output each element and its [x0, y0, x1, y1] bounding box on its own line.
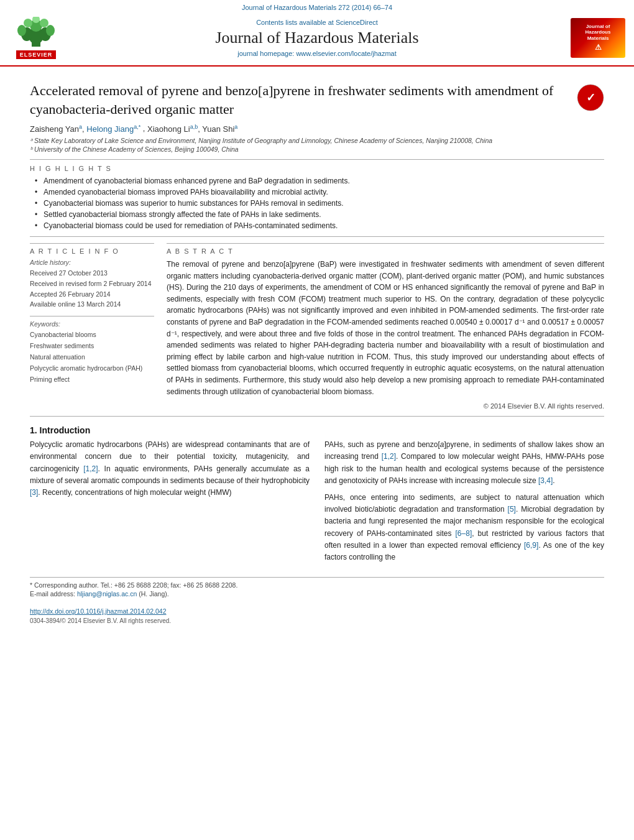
author-yan: Zaisheng Yana, — [30, 124, 86, 134]
highlight-item-2: Amended cyanobacterial biomass improved … — [35, 187, 604, 198]
corresponding-author-note: * Corresponding author. Tel.: +86 25 868… — [30, 581, 604, 589]
keywords-label: Keywords: — [30, 320, 154, 328]
journal-top-bar: Journal of Hazardous Materials 272 (2014… — [0, 0, 634, 13]
svg-point-8 — [40, 19, 48, 27]
crossmark-badge-icon: ✓ CrossMark — [577, 84, 604, 111]
author-jiang[interactable]: Helong Jianga,* — [86, 124, 140, 134]
sciencedirect-link[interactable]: ScienceDirect — [336, 19, 378, 26]
copyright-footer: 0304-3894/© 2014 Elsevier B.V. All right… — [30, 617, 604, 624]
divider-1 — [30, 159, 604, 160]
divider-2 — [30, 236, 604, 237]
intro-text-left: Polycyclic aromatic hydrocarbons (PAHs) … — [30, 439, 310, 499]
cite-6-9[interactable]: [6,9] — [524, 541, 538, 550]
date-accepted: Accepted 26 February 2014 — [30, 289, 154, 300]
homepage-text: journal homepage: www.elsevier.com/locat… — [70, 50, 564, 57]
highlights-section: H I G H L I G H T S Amendment of cyanoba… — [30, 165, 604, 231]
article-info-label: A R T I C L E I N F O — [30, 247, 154, 255]
article-title-section: Accelerated removal of pyrene and benzo[… — [30, 81, 604, 118]
author-comma: , — [143, 124, 147, 134]
header-main: ELSEVIER Contents lists available at Sci… — [0, 13, 634, 62]
date-online: Available online 13 March 2014 — [30, 299, 154, 310]
svg-point-5 — [46, 25, 55, 36]
keyword-2: Freshwater sediments — [30, 341, 154, 352]
contents-text: Contents lists available at ScienceDirec… — [70, 19, 564, 26]
svg-point-4 — [17, 25, 26, 36]
divider-3 — [30, 416, 604, 417]
author-li: Xiaohong Lia,b, Yuan Shia — [147, 124, 237, 134]
keywords-box: Keywords: Cyanobacterial blooms Freshwat… — [30, 316, 154, 385]
highlight-item-4: Settled cyanobacterial biomass strongly … — [35, 209, 604, 220]
date-revised: Received in revised form 2 February 2014 — [30, 279, 154, 289]
intro-col-right: PAHs, such as pyrene and benzo[a]pyrene,… — [324, 439, 604, 568]
keyword-5: Priming effect — [30, 374, 154, 385]
article-history-label: Article history: — [30, 259, 154, 266]
email-line: E-mail address: hljiang@niglas.ac.cn (H.… — [30, 590, 604, 598]
homepage-link[interactable]: www.elsevier.com/locate/jhazmat — [296, 50, 396, 57]
intro-text-right: PAHs, such as pyrene and benzo[a]pyrene,… — [324, 439, 604, 563]
svg-text:✓: ✓ — [586, 91, 595, 104]
elsevier-logo: ELSEVIER — [9, 17, 63, 59]
keyword-3: Natural attenuation — [30, 352, 154, 363]
article-dates: Received 27 October 2013 Received in rev… — [30, 268, 154, 310]
email-link[interactable]: hljiang@niglas.ac.cn — [77, 590, 137, 598]
abstract-col: A B S T R A C T The removal of pyrene an… — [167, 243, 604, 410]
cite-1-2-r[interactable]: [1,2] — [382, 452, 396, 461]
cite-3[interactable]: [3] — [30, 488, 38, 497]
affiliations: ᵃ State Key Laboratory of Lake Science a… — [30, 136, 604, 154]
intro-col-left: Polycyclic aromatic hydrocarbons (PAHs) … — [30, 439, 310, 568]
email-label: E-mail address: — [30, 590, 75, 598]
article-info-col: A R T I C L E I N F O Article history: R… — [30, 243, 154, 410]
date-received: Received 27 October 2013 — [30, 268, 154, 279]
elsevier-label: ELSEVIER — [16, 50, 57, 59]
footnote-area: * Corresponding author. Tel.: +86 25 868… — [30, 577, 604, 628]
two-col-info-abstract: A R T I C L E I N F O Article history: R… — [30, 243, 604, 410]
journal-ref-link[interactable]: Journal of Hazardous Materials 272 (2014… — [242, 4, 392, 11]
highlight-item-1: Amendment of cyanobacterial biomass enha… — [35, 175, 604, 187]
cite-5[interactable]: [5] — [508, 505, 516, 514]
abstract-text: The removal of pyrene and benzo[a]pyrene… — [167, 259, 604, 397]
cite-3-4[interactable]: [3,4] — [538, 476, 553, 485]
abstract-copyright: © 2014 Elsevier B.V. All rights reserved… — [167, 402, 604, 410]
article-body: Accelerated removal of pyrene and benzo[… — [0, 67, 634, 634]
email-suffix: (H. Jiang). — [139, 590, 168, 598]
cite-1-2[interactable]: [1,2] — [83, 464, 98, 473]
intro-two-col: Polycyclic aromatic hydrocarbons (PAHs) … — [30, 439, 604, 568]
journal-title-header: Journal of Hazardous Materials — [70, 29, 564, 47]
elsevier-tree-icon — [14, 17, 58, 49]
affiliation-a: ᵃ State Key Laboratory of Lake Science a… — [30, 136, 604, 145]
doi-link[interactable]: http://dx.doi.org/10.1016/j.jhazmat.2014… — [30, 607, 167, 615]
intro-section: 1. Introduction Polycyclic aromatic hydr… — [30, 425, 604, 568]
keywords-list: Cyanobacterial blooms Freshwater sedimen… — [30, 330, 154, 385]
keyword-1: Cyanobacterial blooms — [30, 330, 154, 341]
authors-line: Zaisheng Yana, Helong Jianga,* , Xiaohon… — [30, 123, 604, 133]
highlights-list: Amendment of cyanobacterial biomass enha… — [35, 175, 604, 231]
page-wrapper: Journal of Hazardous Materials 272 (2014… — [0, 0, 634, 840]
header-center: Contents lists available at ScienceDirec… — [70, 19, 564, 57]
svg-point-7 — [24, 19, 32, 27]
cite-6-8[interactable]: [6–8] — [456, 529, 472, 538]
highlights-label: H I G H L I G H T S — [30, 165, 604, 172]
affiliation-b: ᵇ University of the Chinese Academy of S… — [30, 145, 604, 154]
keyword-4: Polycyclic aromatic hydrocarbon (PAH) — [30, 363, 154, 374]
journal-header: Journal of Hazardous Materials 272 (2014… — [0, 0, 634, 67]
journal-logo-right: Journal ofHazardousMaterials ⚠ — [571, 18, 625, 58]
svg-text:CrossMark: CrossMark — [583, 106, 599, 109]
article-title: Accelerated removal of pyrene and benzo[… — [30, 81, 569, 118]
abstract-label: A B S T R A C T — [167, 247, 604, 255]
intro-title: 1. Introduction — [30, 425, 604, 435]
highlight-item-5: Cyanobacterial biomass could be used for… — [35, 220, 604, 231]
highlight-item-3: Cyanobacterial biomass was superior to h… — [35, 198, 604, 209]
journal-logo-right-text: Journal ofHazardousMaterials ⚠ — [584, 22, 612, 53]
